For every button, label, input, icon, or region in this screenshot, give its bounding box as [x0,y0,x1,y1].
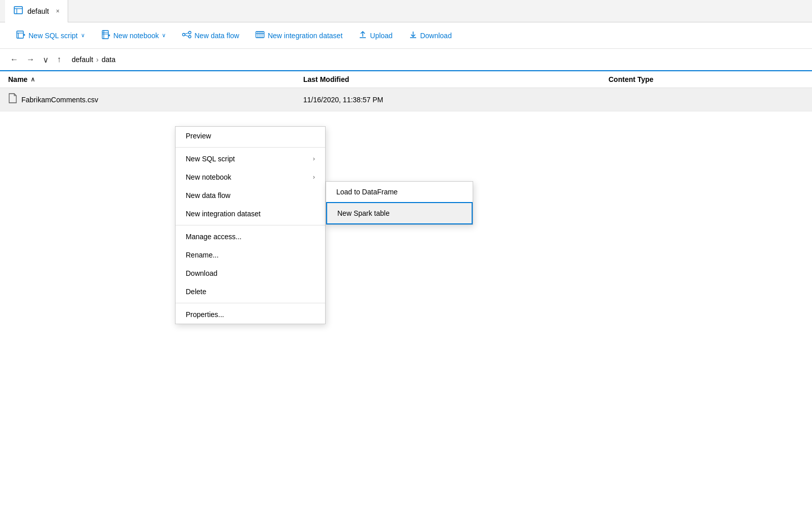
new-sql-script-button[interactable]: New SQL script ∨ [8,26,93,45]
table-row[interactable]: FabrikamComments.csv 11/16/2020, 11:38:5… [0,88,812,111]
back-button[interactable]: ← [8,53,20,66]
ctx-delete-label: Delete [186,288,206,296]
ctx-properties-label: Properties... [186,310,224,319]
new-notebook-button[interactable]: New notebook ∨ [93,26,175,45]
ctx-new-sql-script-label: New SQL script [186,155,235,163]
tab-icon [13,5,23,17]
up-button[interactable]: ↑ [55,53,63,66]
upload-icon [359,31,367,40]
context-menu: Preview New SQL script › New notebook › … [175,126,326,324]
ctx-preview-label: Preview [186,132,211,140]
ctx-new-data-flow-label: New data flow [186,191,230,199]
new-sql-script-label: New SQL script [28,32,78,40]
ctx-separator-2 [176,225,325,225]
svg-line-17 [185,33,189,35]
address-bar: ← → ∨ ↑ default › data [0,49,812,71]
new-data-flow-label: New data flow [194,32,239,40]
svg-point-14 [183,34,185,36]
submenu: Load to DataFrame New Spark table [326,181,473,225]
ctx-new-data-flow[interactable]: New data flow [176,186,325,205]
file-list-header: Name ∧ Last Modified Content Type [0,71,812,88]
ctx-rename-label: Rename... [186,251,219,259]
file-name-cell: FabrikamComments.csv [8,93,303,106]
forward-button[interactable]: → [24,53,37,66]
submenu-new-spark-table[interactable]: New Spark table [326,202,473,224]
notebook-chevron: ∨ [162,32,166,39]
file-date-cell: 11/16/2020, 11:38:57 PM [303,96,608,104]
svg-point-16 [189,36,191,38]
sort-icon: ∧ [31,76,35,83]
ctx-manage-access-label: Manage access... [186,233,242,241]
breadcrumb-separator: › [96,55,99,64]
integration-dataset-icon [255,30,265,41]
download-icon [409,31,417,40]
download-button[interactable]: Download [401,26,460,44]
last-modified-column-header[interactable]: Last Modified [303,75,608,83]
ctx-new-sql-script[interactable]: New SQL script › [176,150,325,168]
ctx-new-notebook-arrow: › [313,174,315,181]
submenu-load-to-dataframe[interactable]: Load to DataFrame [326,182,473,202]
ctx-properties[interactable]: Properties... [176,305,325,324]
tab-close-button[interactable]: × [56,8,60,15]
ctx-separator-3 [176,303,325,303]
ctx-download-label: Download [186,269,217,277]
sql-script-chevron: ∨ [81,32,85,39]
submenu-new-spark-table-label: New Spark table [337,209,390,217]
breadcrumb: default › data [67,53,120,66]
ctx-download[interactable]: Download [176,264,325,282]
data-flow-icon [182,30,191,41]
file-name: FabrikamComments.csv [21,96,98,104]
notebook-icon [101,30,110,41]
breadcrumb-current[interactable]: data [102,55,115,64]
upload-button[interactable]: Upload [351,26,400,44]
ctx-preview[interactable]: Preview [176,127,325,145]
ctx-new-integration-dataset[interactable]: New integration dataset [176,205,325,223]
ctx-separator-1 [176,147,325,148]
ctx-new-integration-dataset-label: New integration dataset [186,210,260,218]
toolbar: New SQL script ∨ New notebook ∨ [0,22,812,49]
new-notebook-label: New notebook [113,32,159,40]
content-type-column-header[interactable]: Content Type [608,75,804,83]
new-integration-dataset-button[interactable]: New integration dataset [247,26,351,45]
name-column-header[interactable]: Name ∧ [8,75,303,83]
dropdown-button[interactable]: ∨ [41,53,51,67]
sql-script-icon [16,30,25,41]
svg-rect-3 [17,31,23,38]
new-data-flow-button[interactable]: New data flow [174,26,247,45]
tab-label: default [27,7,49,15]
file-icon [8,93,17,106]
svg-rect-0 [14,7,22,14]
ctx-new-sql-script-arrow: › [313,155,315,162]
upload-label: Upload [370,32,392,40]
ctx-new-notebook[interactable]: New notebook › [176,168,325,186]
ctx-rename[interactable]: Rename... [176,246,325,264]
ctx-manage-access[interactable]: Manage access... [176,227,325,246]
default-tab[interactable]: default × [5,0,68,22]
svg-line-18 [185,35,189,37]
download-label: Download [420,32,452,40]
ctx-new-notebook-label: New notebook [186,173,231,181]
breadcrumb-root[interactable]: default [72,55,93,64]
svg-rect-8 [102,31,108,39]
svg-point-15 [189,32,191,34]
submenu-load-to-dataframe-label: Load to DataFrame [336,188,398,196]
tab-bar: default × [0,0,812,22]
new-integration-dataset-label: New integration dataset [268,32,342,40]
ctx-delete[interactable]: Delete [176,282,325,301]
